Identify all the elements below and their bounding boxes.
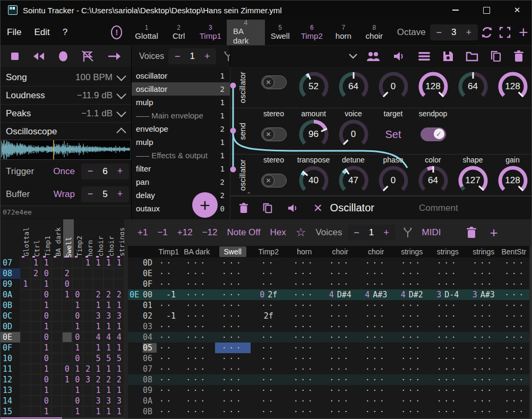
order-row-number[interactable]: 0F: [1, 343, 20, 353]
pattern-cell[interactable]: ···: [358, 300, 394, 311]
pattern-cell[interactable]: ···: [287, 279, 323, 289]
order-cell[interactable]: 1: [104, 321, 114, 332]
pattern-cell[interactable]: ···: [287, 258, 323, 268]
pattern-cell[interactable]: ···: [179, 300, 215, 311]
order-cell[interactable]: 4: [104, 332, 114, 343]
order-cell[interactable]: 1: [114, 364, 124, 374]
pattern-cell[interactable]: ···: [466, 321, 502, 332]
order-cell[interactable]: 1: [41, 321, 52, 332]
unit-speaker-icon[interactable]: [287, 203, 299, 213]
pattern-cell[interactable]: ···: [430, 374, 466, 385]
pattern-cell[interactable]: ···: [394, 258, 430, 268]
pattern-split-icon[interactable]: [402, 227, 414, 238]
pattern-cell[interactable]: ··: [251, 374, 287, 385]
pattern-cell[interactable]: ···: [287, 311, 323, 321]
order-col-header-choir[interactable]: choir: [106, 236, 116, 256]
order-cell[interactable]: [83, 385, 93, 396]
order-cell[interactable]: [52, 353, 62, 364]
order-row-number[interactable]: 09: [1, 279, 20, 289]
add-unit-button[interactable]: +: [192, 192, 218, 218]
save-icon[interactable]: [442, 50, 454, 62]
pattern-cell[interactable]: ···: [215, 268, 251, 279]
sidebar-row-peaks[interactable]: Peaks−1.1 dB: [1, 105, 131, 123]
pattern-cell[interactable]: ···: [358, 268, 394, 279]
pattern-cell[interactable]: ···: [358, 311, 394, 321]
order-cell[interactable]: [83, 343, 93, 353]
delete-unit-icon[interactable]: [239, 202, 248, 214]
pattern-cell[interactable]: ···: [502, 417, 530, 419]
pattern-cell[interactable]: ···: [394, 396, 430, 406]
pattern-cell[interactable]: ···: [322, 396, 358, 406]
order-cell[interactable]: 1: [93, 343, 104, 353]
order-cell[interactable]: [83, 300, 93, 311]
knob-param[interactable]: 52: [298, 71, 329, 102]
pattern-cell[interactable]: ···: [394, 385, 430, 396]
pattern-tool-note-off[interactable]: Note Off: [227, 227, 260, 238]
order-cell[interactable]: [83, 406, 93, 417]
octave-minus-button[interactable]: −: [432, 27, 446, 38]
sidebar-row-loudness[interactable]: Loudness−11.9 dB: [1, 87, 131, 105]
order-col-header-horn[interactable]: horn: [84, 240, 95, 256]
order-col-header-swell[interactable]: Swell: [63, 219, 74, 258]
pattern-cell[interactable]: ···: [322, 311, 358, 321]
order-cell[interactable]: [62, 396, 73, 406]
unit-list-item-oscillator[interactable]: oscillator2: [132, 82, 230, 96]
knob-detune[interactable]: 47: [338, 165, 369, 196]
track-header-timp1[interactable]: Timp1: [158, 246, 179, 258]
order-cell[interactable]: 0: [72, 311, 83, 321]
track-header-strings[interactable]: strings: [466, 246, 502, 258]
pattern-cell[interactable]: ··: [158, 321, 179, 332]
order-cell[interactable]: [52, 289, 62, 300]
order-cell[interactable]: 3: [114, 311, 124, 321]
pattern-cell[interactable]: ··: [251, 268, 287, 279]
order-cell[interactable]: [83, 321, 93, 332]
pattern-cell[interactable]: ···: [430, 364, 466, 374]
pattern-cell[interactable]: ···: [466, 406, 502, 417]
order-cell[interactable]: [31, 364, 41, 374]
order-cell[interactable]: 1: [72, 385, 83, 396]
order-cell[interactable]: 1: [72, 364, 83, 374]
order-cell[interactable]: 1: [41, 406, 52, 417]
presets-icon[interactable]: [366, 50, 381, 62]
order-cell[interactable]: 1: [31, 258, 41, 268]
pattern-cell[interactable]: ···: [394, 332, 430, 343]
order-cell[interactable]: 1: [93, 300, 104, 311]
pattern-cell[interactable]: ···: [179, 258, 215, 268]
unit-list-item-mulp[interactable]: mulp1: [132, 96, 230, 109]
pattern-cell[interactable]: ···: [502, 406, 530, 417]
pattern-cell[interactable]: ···: [430, 396, 466, 406]
pattern-cell[interactable]: ···: [322, 406, 358, 417]
order-col-header-ctrl[interactable]: Ctrl: [31, 240, 42, 256]
pattern-cell[interactable]: ···: [322, 279, 358, 289]
order-cell[interactable]: 1: [72, 321, 83, 332]
trigger-minus-button[interactable]: −: [83, 166, 97, 177]
play-button[interactable]: [107, 51, 122, 62]
knob-param[interactable]: 128: [497, 71, 528, 102]
order-cell[interactable]: [31, 343, 41, 353]
pattern-delete-icon[interactable]: [466, 226, 477, 239]
pattern-cell[interactable]: ···: [430, 300, 466, 311]
order-cell[interactable]: 0: [41, 332, 52, 343]
pattern-cell[interactable]: ··: [251, 385, 287, 396]
pattern-cell[interactable]: ···: [502, 385, 530, 396]
order-cell[interactable]: 0: [72, 374, 83, 385]
knob-param[interactable]: 0: [378, 71, 409, 102]
menu-item-edit[interactable]: Edit: [28, 20, 56, 45]
order-cell[interactable]: 1: [104, 364, 114, 374]
pattern-cell[interactable]: ···: [322, 343, 358, 353]
pattern-cell[interactable]: ···: [322, 321, 358, 332]
pattern-cell[interactable]: ··: [158, 268, 179, 279]
pattern-cell[interactable]: ···: [502, 258, 530, 268]
order-cell[interactable]: [72, 279, 83, 289]
order-row-number[interactable]: 0D: [1, 321, 20, 332]
pattern-cell[interactable]: ···: [215, 311, 251, 321]
pattern-cell[interactable]: ···: [466, 343, 502, 353]
pattern-cell[interactable]: ···: [215, 289, 251, 300]
instrument-tab-glottal[interactable]: 1Glottal: [130, 20, 163, 45]
pattern-cell[interactable]: ··: [251, 321, 287, 332]
order-cell[interactable]: 1: [93, 364, 104, 374]
instrument-tab-ctrl[interactable]: 2Ctrl: [164, 20, 194, 45]
open-folder-icon[interactable]: [466, 51, 478, 62]
pattern-tool-−12[interactable]: −12: [202, 227, 218, 238]
order-cell[interactable]: 0: [41, 311, 52, 321]
